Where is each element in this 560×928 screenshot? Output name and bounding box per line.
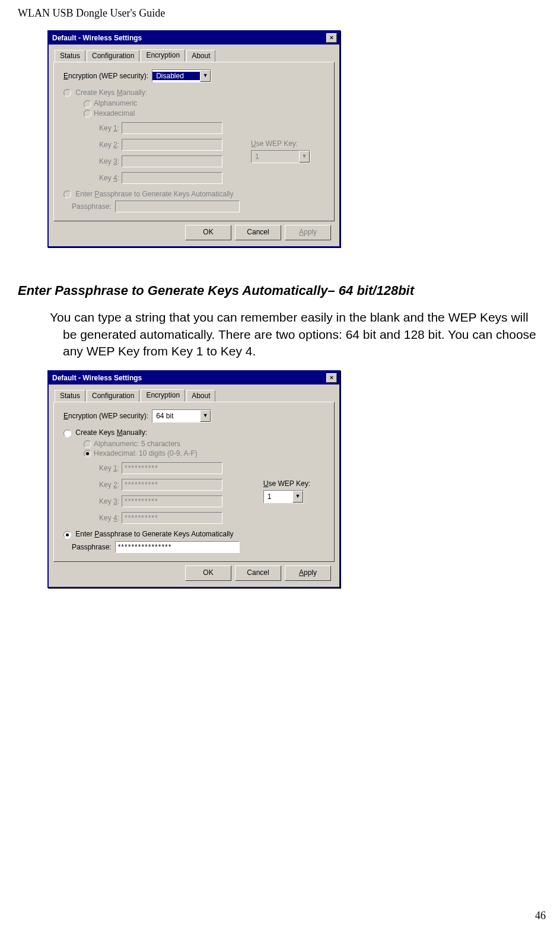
button-bar: OK Cancel Apply (53, 221, 335, 245)
tab-status[interactable]: Status (55, 390, 85, 402)
apply-button[interactable]: Apply (285, 225, 331, 240)
tab-page-encryption: Encryption (WEP security): Disabled ▼ Cr… (53, 62, 335, 221)
key-2-input[interactable] (122, 139, 222, 151)
alpha-radio[interactable]: Alphanumeric (84, 99, 324, 107)
wireless-settings-dialog-1: Default - Wireless Settings × Status Con… (47, 30, 341, 247)
alpha-radio[interactable]: Alphanumeric: 5 characters (84, 440, 324, 448)
radio-icon (84, 450, 91, 457)
hex-radio[interactable]: Hexadecimal (84, 109, 324, 117)
enter-passphrase-radio[interactable]: Enter Passphrase to Generate Keys Automa… (63, 530, 324, 538)
chevron-down-icon: ▼ (200, 410, 211, 422)
dialog-titlebar[interactable]: Default - Wireless Settings × (49, 371, 339, 384)
passphrase-input[interactable]: **************** (115, 541, 240, 553)
use-wep-value: 1 (252, 152, 299, 161)
dialog-1-wrap: Default - Wireless Settings × Status Con… (47, 30, 542, 247)
key-1-input[interactable] (122, 122, 222, 134)
create-keys-manually-radio[interactable]: Create Keys Manually: (63, 88, 324, 97)
cancel-button[interactable]: Cancel (235, 565, 281, 581)
wireless-settings-dialog-2: Default - Wireless Settings × Status Con… (47, 370, 341, 587)
encryption-label: Encryption (WEP security): (63, 72, 148, 80)
tab-about[interactable]: About (186, 50, 215, 62)
tabs: Status Configuration Encryption About (53, 389, 335, 402)
radio-icon (84, 110, 91, 117)
radio-icon (63, 531, 71, 539)
encryption-value: 64 bit (152, 412, 200, 420)
passphrase-label: Passphrase: (72, 543, 112, 551)
encryption-label: Encryption (WEP security): (63, 412, 148, 420)
tab-page-encryption: Encryption (WEP security): 64 bit ▼ Crea… (53, 402, 335, 561)
passphrase-row: Passphrase: (72, 201, 324, 212)
passphrase-label: Passphrase: (72, 202, 112, 211)
radio-icon (84, 440, 91, 448)
close-icon[interactable]: × (326, 33, 337, 43)
create-keys-manually-radio[interactable]: Create Keys Manually: (63, 428, 324, 437)
ok-button[interactable]: OK (185, 225, 231, 240)
radio-icon (63, 89, 71, 97)
radio-icon (63, 430, 71, 437)
ok-button[interactable]: OK (185, 565, 231, 581)
use-wep-select[interactable]: 1 ▼ (251, 150, 310, 163)
use-wep-key: Use WEP Key: 1 ▼ (251, 139, 310, 163)
radio-icon (84, 100, 91, 108)
tab-status[interactable]: Status (55, 50, 85, 62)
tab-configuration[interactable]: Configuration (87, 390, 139, 402)
dialog-2-wrap: Default - Wireless Settings × Status Con… (47, 370, 542, 587)
body-paragraph: You can type a string that you can remem… (50, 309, 542, 360)
chevron-down-icon: ▼ (299, 151, 310, 163)
tab-encryption[interactable]: Encryption (141, 389, 185, 402)
dialog-titlebar[interactable]: Default - Wireless Settings × (49, 31, 339, 45)
key-1-input[interactable]: ********** (122, 462, 222, 474)
key-4-input[interactable]: ********** (122, 512, 222, 524)
tab-configuration[interactable]: Configuration (87, 50, 139, 62)
use-wep-key: Use WEP Key: 1 ▼ (263, 479, 310, 503)
cancel-button[interactable]: Cancel (235, 225, 281, 240)
dialog-title-text: Default - Wireless Settings (52, 374, 142, 382)
button-bar: OK Cancel Apply (53, 562, 335, 586)
key-4-row: Key 4: ********** (93, 512, 324, 524)
use-wep-select[interactable]: 1 ▼ (263, 490, 304, 503)
key-3-input[interactable] (122, 155, 222, 167)
dialog-title-text: Default - Wireless Settings (52, 34, 142, 42)
passphrase-row: Passphrase: **************** (72, 541, 324, 553)
section-heading: Enter Passphrase to Generate Keys Automa… (18, 283, 542, 298)
tab-encryption[interactable]: Encryption (141, 49, 185, 62)
page-header: WLAN USB Dongle User's Guide (18, 7, 542, 20)
key-1-row: Key 1: (93, 122, 324, 134)
key-4-input[interactable] (122, 172, 222, 184)
use-wep-value: 1 (264, 492, 292, 501)
key-4-row: Key 4: (93, 172, 324, 184)
chevron-down-icon: ▼ (292, 491, 303, 503)
enter-passphrase-radio[interactable]: Enter Passphrase to Generate Keys Automa… (63, 190, 324, 198)
encryption-select[interactable]: 64 bit ▼ (152, 409, 211, 422)
close-icon[interactable]: × (326, 373, 337, 383)
hex-radio[interactable]: Hexadecimal: 10 digits (0-9, A-F) (84, 449, 324, 457)
passphrase-input[interactable] (115, 201, 240, 212)
apply-button[interactable]: Apply (285, 565, 331, 581)
radio-icon (63, 190, 71, 198)
tab-about[interactable]: About (186, 390, 215, 402)
key-1-row: Key 1: ********** (93, 462, 324, 474)
encryption-value: Disabled (152, 72, 200, 80)
encryption-select[interactable]: Disabled ▼ (152, 69, 211, 82)
key-3-input[interactable]: ********** (122, 495, 222, 507)
tabs: Status Configuration Encryption About (53, 49, 335, 62)
key-2-input[interactable]: ********** (122, 479, 222, 491)
chevron-down-icon: ▼ (200, 70, 211, 82)
